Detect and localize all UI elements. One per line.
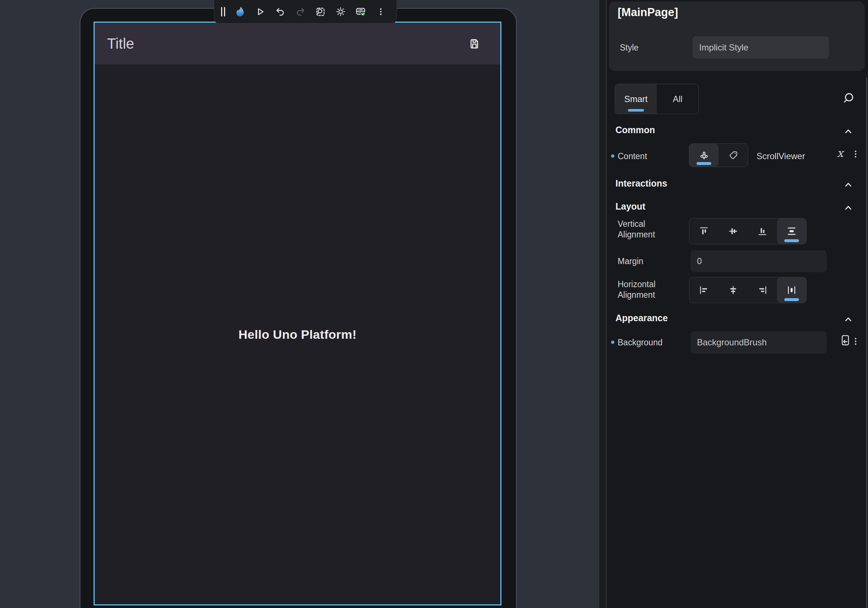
content-mode-widget-tree[interactable] bbox=[689, 144, 719, 167]
redo-icon[interactable] bbox=[291, 3, 310, 21]
tab-smart-label: Smart bbox=[624, 94, 648, 104]
more-options-kebab-icon[interactable] bbox=[371, 3, 390, 21]
tab-all[interactable]: All bbox=[657, 84, 698, 114]
valign-stretch-icon[interactable] bbox=[777, 218, 806, 244]
section-layout-header[interactable]: Layout bbox=[615, 201, 645, 212]
selected-element-card: [MainPage] Style bbox=[609, 2, 865, 71]
content-mode-toggle bbox=[689, 143, 748, 167]
valign-center-icon[interactable] bbox=[719, 218, 748, 244]
valign-selected-indicator bbox=[784, 239, 799, 242]
halign-selected-indicator bbox=[784, 298, 799, 301]
valign-top-icon[interactable] bbox=[689, 218, 719, 244]
resource-document-icon[interactable] bbox=[839, 334, 851, 347]
content-mode-tag[interactable] bbox=[719, 144, 748, 167]
hello-textblock[interactable]: Hello Uno Platform! bbox=[238, 327, 356, 342]
chevron-up-icon[interactable] bbox=[843, 202, 854, 213]
tab-all-label: All bbox=[673, 94, 683, 104]
save-icon[interactable] bbox=[468, 37, 480, 50]
content-modified-dot bbox=[611, 154, 614, 158]
panel-scrollbar[interactable] bbox=[866, 78, 867, 608]
selected-element-name: [MainPage] bbox=[618, 6, 678, 19]
section-common-header[interactable]: Common bbox=[615, 125, 655, 135]
horizontal-alignment-label: Horizontal Alignment bbox=[618, 279, 656, 300]
halign-center-icon[interactable] bbox=[719, 277, 748, 303]
page-content-area[interactable]: Hello Uno Platform! bbox=[95, 64, 500, 604]
style-input[interactable] bbox=[693, 36, 829, 59]
hot-design-toolbar bbox=[214, 0, 397, 23]
chevron-up-icon[interactable] bbox=[843, 179, 854, 190]
chevron-up-icon[interactable] bbox=[843, 126, 854, 137]
valign-bottom-icon[interactable] bbox=[748, 218, 777, 244]
background-input[interactable] bbox=[690, 331, 827, 353]
app-title: Title bbox=[107, 36, 134, 52]
background-modified-dot bbox=[611, 341, 614, 344]
play-icon[interactable] bbox=[251, 3, 270, 21]
app-titlebar[interactable]: Title bbox=[95, 23, 500, 64]
undo-icon[interactable] bbox=[271, 3, 290, 21]
style-label: Style bbox=[620, 43, 639, 53]
hot-design-flame-icon[interactable] bbox=[231, 3, 250, 21]
chevron-up-icon[interactable] bbox=[843, 314, 854, 325]
halign-left-icon[interactable] bbox=[689, 277, 719, 303]
content-value[interactable]: ScrollViewer bbox=[756, 151, 805, 161]
properties-inspector-panel: [MainPage] Style Smart All Common Conten… bbox=[607, 0, 868, 608]
markup-x-icon[interactable]: x bbox=[837, 146, 843, 160]
search-icon[interactable] bbox=[841, 92, 855, 105]
content-label: Content bbox=[618, 151, 647, 161]
toolbar-drag-handle-icon[interactable] bbox=[219, 3, 227, 20]
vertical-alignment-label: Vertical Alignment bbox=[618, 219, 655, 240]
section-interactions-header[interactable]: Interactions bbox=[615, 178, 667, 189]
halign-stretch-icon[interactable] bbox=[777, 277, 806, 303]
property-filter-tabs: Smart All bbox=[615, 84, 699, 114]
theme-switch-icon[interactable] bbox=[331, 3, 350, 21]
background-kebab-icon[interactable] bbox=[850, 336, 861, 347]
element-picker-icon[interactable] bbox=[311, 3, 330, 21]
vertical-alignment-toggle bbox=[689, 218, 807, 244]
margin-label: Margin bbox=[618, 257, 643, 266]
section-appearance-header[interactable]: Appearance bbox=[615, 313, 668, 323]
tab-selected-indicator bbox=[628, 109, 644, 112]
background-label: Background bbox=[618, 337, 663, 348]
design-canvas-selected-page[interactable]: Title Hello Uno Platform! bbox=[93, 22, 501, 605]
hot-design-workspace: Title Hello Uno Platform! bbox=[0, 0, 868, 608]
horizontal-alignment-toggle bbox=[689, 277, 807, 303]
dev-server-status-icon[interactable] bbox=[351, 3, 370, 21]
content-mode-selected-indicator bbox=[697, 162, 711, 165]
tab-smart[interactable]: Smart bbox=[615, 84, 657, 114]
margin-input[interactable] bbox=[690, 250, 827, 272]
panel-divider[interactable] bbox=[599, 0, 607, 608]
content-kebab-icon[interactable] bbox=[850, 149, 861, 160]
halign-right-icon[interactable] bbox=[748, 277, 777, 303]
